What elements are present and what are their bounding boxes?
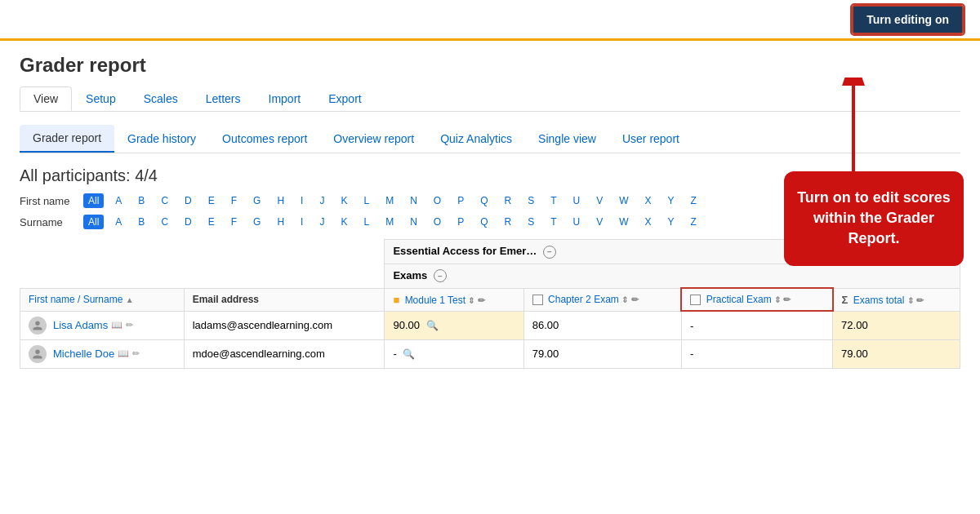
firstname-filter-q[interactable]: Q	[475, 193, 492, 208]
col-header-exams-total[interactable]: Σ Exams total ⇕ ✏	[833, 288, 960, 311]
tab-grade-history[interactable]: Grade history	[114, 126, 209, 152]
user-name-lisa[interactable]: Lisa Adams	[53, 319, 108, 331]
edit-user-michelle[interactable]: 📖	[118, 348, 129, 359]
surname-filter-k[interactable]: K	[336, 215, 352, 229]
firstname-filter-z[interactable]: Z	[686, 193, 702, 208]
col-header-chapter2[interactable]: Chapter 2 Exam ⇕ ✏	[523, 288, 681, 311]
surname-filter-u[interactable]: U	[568, 215, 586, 229]
search-icon-module1-michelle[interactable]: 🔍	[403, 348, 415, 360]
surname-filter-s[interactable]: S	[523, 215, 539, 229]
firstname-filter-s[interactable]: S	[523, 193, 539, 208]
page-title: Grader report	[20, 54, 960, 77]
cell-chapter2-lisa: 86.00	[523, 311, 681, 339]
table-row: Michelle Doe 📖 ✏ mdoe@ascendlearning.com…	[20, 339, 960, 368]
firstname-filter-v[interactable]: V	[591, 193, 608, 208]
col-title-exams-total: Exams total	[853, 295, 905, 306]
firstname-filter-o[interactable]: O	[429, 193, 446, 208]
edit-pencil-lisa[interactable]: ✏	[126, 320, 133, 330]
edit-total-icon[interactable]: ✏	[916, 295, 924, 305]
firstname-filter-b[interactable]: B	[133, 193, 149, 208]
edit-pencil-michelle[interactable]: ✏	[132, 348, 140, 359]
surname-filter-x[interactable]: X	[640, 215, 657, 229]
surname-filter-g[interactable]: G	[248, 215, 265, 229]
edit-practical-icon[interactable]: ✏	[783, 295, 791, 304]
tab-quiz-analytics[interactable]: Quiz Analytics	[427, 126, 525, 152]
firstname-filter-t[interactable]: T	[546, 193, 561, 208]
firstname-filter-w[interactable]: W	[614, 193, 633, 208]
firstname-filter-d[interactable]: D	[180, 193, 197, 208]
col-header-practical[interactable]: Practical Exam ⇕ ✏	[681, 288, 832, 311]
tab-setup[interactable]: Setup	[72, 86, 130, 111]
tab-import[interactable]: Import	[255, 86, 315, 111]
tab-overview-report[interactable]: Overview report	[320, 126, 427, 152]
firstname-filter-y[interactable]: Y	[663, 193, 679, 208]
surname-filter-q[interactable]: Q	[475, 215, 492, 229]
tab-single-view[interactable]: Single view	[525, 126, 609, 152]
firstname-filter-m[interactable]: M	[381, 193, 399, 208]
surname-filter-i[interactable]: I	[296, 215, 308, 229]
surname-filter-d[interactable]: D	[180, 215, 197, 229]
group-collapse-icon[interactable]: −	[543, 246, 556, 259]
firstname-filter-j[interactable]: J	[314, 193, 329, 208]
firstname-filter-a[interactable]: A	[110, 193, 127, 208]
firstname-filter-i[interactable]: I	[296, 193, 308, 208]
surname-filter-j[interactable]: J	[314, 215, 329, 229]
firstname-filter-x[interactable]: X	[640, 193, 657, 208]
tab-export[interactable]: Export	[314, 86, 375, 111]
surname-filter-v[interactable]: V	[591, 215, 608, 229]
surname-filter-h[interactable]: H	[272, 215, 289, 229]
checkbox-chapter2-icon	[532, 295, 543, 305]
edit-chapter2-icon[interactable]: ✏	[631, 295, 639, 304]
edit-user-lisa[interactable]: 📖	[111, 320, 122, 330]
cell-practical-michelle: -	[681, 339, 832, 368]
surname-filter-all[interactable]: All	[83, 215, 104, 229]
col-header-name[interactable]: First name / Surname ▲	[20, 288, 185, 311]
surname-filter-a[interactable]: A	[110, 215, 127, 229]
firstname-filter-u[interactable]: U	[568, 193, 586, 208]
quiz-icon-module1: ■	[393, 294, 399, 306]
tab-letters[interactable]: Letters	[192, 86, 255, 111]
surname-filter-m[interactable]: M	[381, 215, 399, 229]
edit-module1-icon[interactable]: ✏	[478, 295, 485, 305]
firstname-filter-r[interactable]: R	[500, 193, 517, 208]
firstname-filter-k[interactable]: K	[336, 193, 352, 208]
surname-filter-t[interactable]: T	[546, 215, 561, 229]
surname-filter-p[interactable]: P	[452, 215, 469, 229]
cell-name-lisa: Lisa Adams 📖 ✏	[20, 311, 185, 339]
surname-filter-o[interactable]: O	[429, 215, 446, 229]
subgroup-collapse-icon[interactable]: −	[434, 269, 447, 282]
surname-filter-e[interactable]: E	[203, 215, 220, 229]
surname-filter-c[interactable]: C	[156, 215, 173, 229]
surname-filter-w[interactable]: W	[614, 215, 633, 229]
top-bar: Turn editing on	[0, 0, 980, 41]
surname-filter-l[interactable]: L	[359, 215, 374, 229]
tab-grader-report[interactable]: Grader report	[20, 125, 114, 153]
firstname-filter-p[interactable]: P	[452, 193, 469, 208]
tab-outcomes-report[interactable]: Outcomes report	[209, 126, 320, 152]
tab-user-report[interactable]: User report	[609, 126, 693, 152]
surname-filter-b[interactable]: B	[133, 215, 149, 229]
firstname-filter-all[interactable]: All	[83, 193, 104, 208]
col-header-module1[interactable]: ■ Module 1 Test ⇕ ✏	[385, 288, 523, 311]
firstname-filter-l[interactable]: L	[359, 193, 374, 208]
firstname-filter-c[interactable]: C	[156, 193, 173, 208]
surname-filter-n[interactable]: N	[405, 215, 422, 229]
turn-editing-button[interactable]: Turn editing on	[852, 5, 964, 34]
firstname-filter-n[interactable]: N	[405, 193, 422, 208]
surname-filter-y[interactable]: Y	[663, 215, 679, 229]
tab-scales[interactable]: Scales	[130, 86, 192, 111]
tab-view[interactable]: View	[20, 86, 72, 111]
firstname-filter-f[interactable]: F	[226, 193, 242, 208]
sub-group-header: Exams −	[385, 264, 960, 288]
col-title-email: Email address	[193, 294, 259, 305]
sort-total-icon: ⇕	[907, 296, 914, 305]
user-name-michelle[interactable]: Michelle Doe	[53, 348, 114, 360]
sort-module1-icon: ⇕	[468, 296, 474, 305]
search-icon-module1-lisa[interactable]: 🔍	[426, 320, 439, 331]
surname-filter-z[interactable]: Z	[686, 215, 702, 229]
firstname-filter-e[interactable]: E	[203, 193, 220, 208]
firstname-filter-g[interactable]: G	[248, 193, 265, 208]
surname-filter-r[interactable]: R	[500, 215, 517, 229]
surname-filter-f[interactable]: F	[226, 215, 242, 229]
firstname-filter-h[interactable]: H	[272, 193, 289, 208]
